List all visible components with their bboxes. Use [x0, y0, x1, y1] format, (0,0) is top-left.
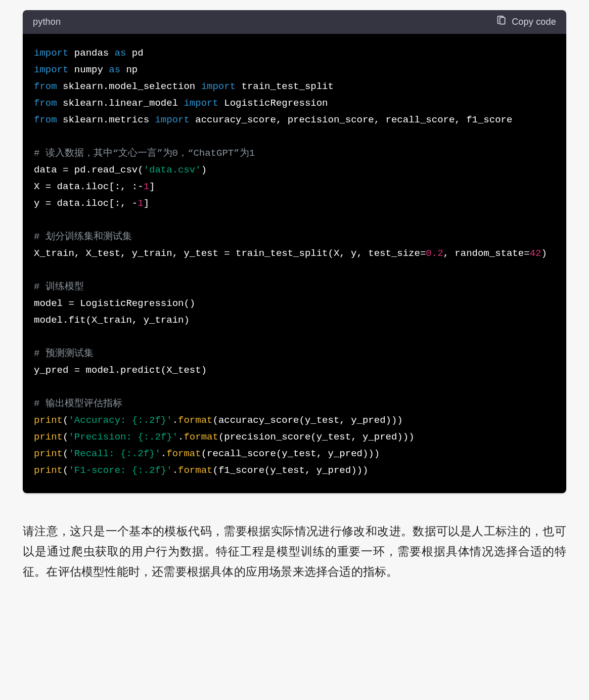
explanation-paragraph: 请注意，这只是一个基本的模板代码，需要根据实际情况进行修改和改进。数据可以是人工… — [23, 521, 566, 582]
code-token: 'Precision: {:.2f}' — [68, 431, 178, 443]
code-token: (f1_score(y_test, y_pred))) — [212, 465, 368, 476]
code-token: format — [178, 415, 212, 426]
code-token: print — [34, 448, 63, 459]
code-token: ( — [63, 415, 68, 426]
code-token: accuracy_score, precision_score, recall_… — [190, 114, 513, 125]
code-token: as — [109, 64, 120, 75]
code-token: (accuracy_score(y_test, y_pred))) — [212, 415, 402, 426]
code-token: model.fit(X_train, y_train) — [34, 315, 190, 326]
code-token: import — [184, 98, 218, 109]
clipboard-icon — [496, 15, 507, 29]
code-token: print — [34, 431, 63, 443]
code-token: . — [178, 431, 184, 443]
code-comment: # 读入数据，其中“文心一言”为0，“ChatGPT”为1 — [34, 148, 255, 159]
code-language-label: python — [33, 17, 61, 27]
code-token: , random_state= — [443, 248, 530, 259]
code-token: (precision_score(y_test, y_pred))) — [218, 431, 415, 443]
code-token: 0.2 — [426, 248, 443, 259]
code-token: ( — [63, 448, 68, 459]
code-token: format — [184, 431, 218, 443]
code-token: 'F1-score: {:.2f}' — [68, 465, 172, 476]
code-token: y = data.iloc[:, - — [34, 198, 138, 209]
code-token: sklearn.model_selection — [57, 81, 201, 92]
code-token: sklearn.metrics — [57, 114, 155, 125]
code-token: 'Recall: {:.2f}' — [68, 448, 160, 459]
code-block: python Copy code import pandas as pd imp… — [23, 10, 566, 493]
code-token: format — [166, 448, 201, 459]
code-token: numpy — [68, 64, 109, 75]
code-token: 'Accuracy: {:.2f}' — [68, 415, 172, 426]
code-token: as — [115, 48, 126, 59]
code-token: print — [34, 415, 63, 426]
code-token: . — [161, 448, 166, 459]
code-token: . — [172, 465, 178, 476]
code-body[interactable]: import pandas as pd import numpy as np f… — [23, 34, 566, 493]
code-token: print — [34, 465, 63, 476]
code-token: ( — [63, 465, 68, 476]
code-token: pandas — [68, 48, 114, 59]
code-comment: # 划分训练集和测试集 — [34, 231, 132, 242]
code-token: ) — [541, 248, 547, 259]
code-token: train_test_split — [236, 81, 334, 92]
code-token: 1 — [144, 181, 149, 192]
copy-code-button[interactable]: Copy code — [496, 15, 556, 29]
svg-rect-0 — [500, 17, 505, 24]
code-token: ] — [149, 181, 155, 192]
code-token: ( — [63, 431, 68, 443]
code-token: from — [34, 98, 57, 109]
code-token: import — [34, 64, 68, 75]
code-comment: # 预测测试集 — [34, 348, 94, 359]
code-token: model = LogisticRegression() — [34, 298, 195, 309]
code-token: ] — [144, 198, 149, 209]
code-token: LogisticRegression — [218, 98, 328, 109]
code-token: data = pd.read_csv( — [34, 164, 144, 176]
code-token: sklearn.linear_model — [57, 98, 184, 109]
code-comment: # 输出模型评估指标 — [34, 398, 122, 409]
code-token: . — [172, 415, 178, 426]
code-token: pd — [126, 48, 143, 59]
code-token: import — [34, 48, 68, 59]
code-token: ) — [201, 164, 207, 176]
code-token: X = data.iloc[:, :- — [34, 181, 144, 192]
code-token: 42 — [530, 248, 541, 259]
code-token: import — [201, 81, 236, 92]
code-header: python Copy code — [23, 10, 566, 34]
code-comment: # 训练模型 — [34, 281, 84, 292]
code-token: (recall_score(y_test, y_pred))) — [201, 448, 380, 459]
code-token: from — [34, 114, 57, 125]
code-token: y_pred = model.predict(X_test) — [34, 365, 207, 376]
copy-code-label: Copy code — [512, 17, 556, 27]
code-token: 1 — [138, 198, 143, 209]
code-token: from — [34, 81, 57, 92]
code-token: np — [120, 64, 138, 75]
code-token: 'data.csv' — [144, 164, 201, 176]
code-token: import — [155, 114, 189, 125]
code-token: format — [178, 465, 212, 476]
code-token: X_train, X_test, y_train, y_test = train… — [34, 248, 426, 259]
